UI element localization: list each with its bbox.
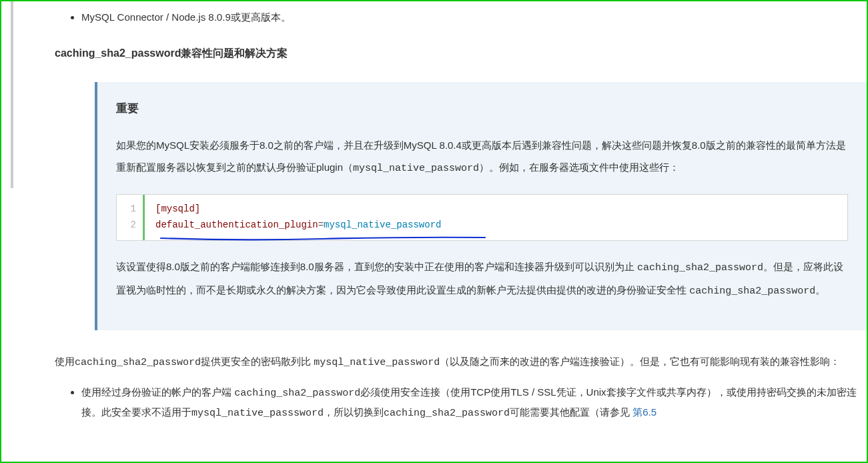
line-number-gutter: 1 2 — [117, 195, 145, 240]
config-code-block: 1 2 [mysqld] default_authentication_plug… — [116, 194, 848, 241]
note-paragraph-1: 如果您的MySQL安装必须服务于8.0之前的客户端，并且在升级到MySQL 8.… — [116, 134, 848, 179]
code-line: default_authentication_plugin=mysql_nati… — [155, 217, 441, 234]
important-note-box: 重要 如果您的MySQL安装必须服务于8.0之前的客户端，并且在升级到MySQL… — [95, 82, 867, 330]
bullet-list-top: MySQL Connector / Node.js 8.0.9或更高版本。 — [55, 8, 867, 27]
list-item: 使用经过身份验证的帐户的客户端 caching_sha2_password必须使… — [81, 383, 867, 424]
inline-code: mysql_native_password — [314, 357, 440, 368]
inline-code: caching_sha2_password — [384, 408, 510, 419]
inline-code: caching_sha2_password — [637, 262, 763, 274]
inline-code: caching_sha2_password — [689, 286, 815, 297]
inline-code: mysql_native_passsword — [191, 408, 324, 419]
code-equals-token: = — [318, 219, 324, 230]
text-span: 该设置使得8.0版之前的客户端能够连接到8.0服务器，直到您的安装中正在使用的客… — [116, 261, 637, 272]
text-span: 使用经过身份验证的帐户的客户端 — [81, 386, 234, 398]
list-item: MySQL Connector / Node.js 8.0.9或更高版本。 — [81, 8, 867, 27]
section-heading: caching_sha2_password兼容性问题和解决方案 — [55, 43, 867, 63]
inline-code: caching_sha2_password — [75, 357, 201, 368]
code-content: [mysqld] default_authentication_plugin=m… — [145, 195, 452, 240]
bullet-list-bottom: 使用经过身份验证的帐户的客户端 caching_sha2_password必须使… — [55, 383, 867, 424]
inline-code: caching_sha2_password — [234, 388, 360, 399]
text-span: 使用 — [55, 356, 75, 367]
body-paragraph: 使用caching_sha2_password提供更安全的密码散列比 mysql… — [55, 350, 867, 374]
note-title: 重要 — [116, 98, 848, 119]
text-span: 可能需要其他配置（请参见 — [510, 406, 632, 418]
left-scroll-indicator — [11, 1, 13, 188]
text-span: ）。例如，在服务器选项文件中使用这些行： — [479, 161, 679, 173]
document-content: MySQL Connector / Node.js 8.0.9或更高版本。 ca… — [1, 1, 867, 424]
code-section-token: [mysqld] — [155, 203, 200, 214]
code-key-token: default_authentication_plugin — [155, 219, 318, 230]
text-span: 。 — [815, 284, 825, 296]
text-span: 提供更安全的密码散列比 — [201, 356, 314, 367]
section-link[interactable]: 第6.5 — [632, 406, 657, 418]
line-number: 2 — [123, 217, 136, 234]
inline-code: mysql_native_password — [353, 163, 479, 174]
note-paragraph-2: 该设置使得8.0版之前的客户端能够连接到8.0服务器，直到您的安装中正在使用的客… — [116, 256, 848, 302]
code-value-token: mysql_native_password — [324, 219, 441, 230]
code-line: [mysqld] — [155, 201, 441, 217]
text-span: （以及随之而来的改进的客户端连接验证）。但是，它也有可能影响现有装的兼容性影响： — [440, 356, 840, 367]
line-number: 1 — [123, 201, 136, 217]
text-span: ，所以切换到 — [324, 406, 384, 418]
